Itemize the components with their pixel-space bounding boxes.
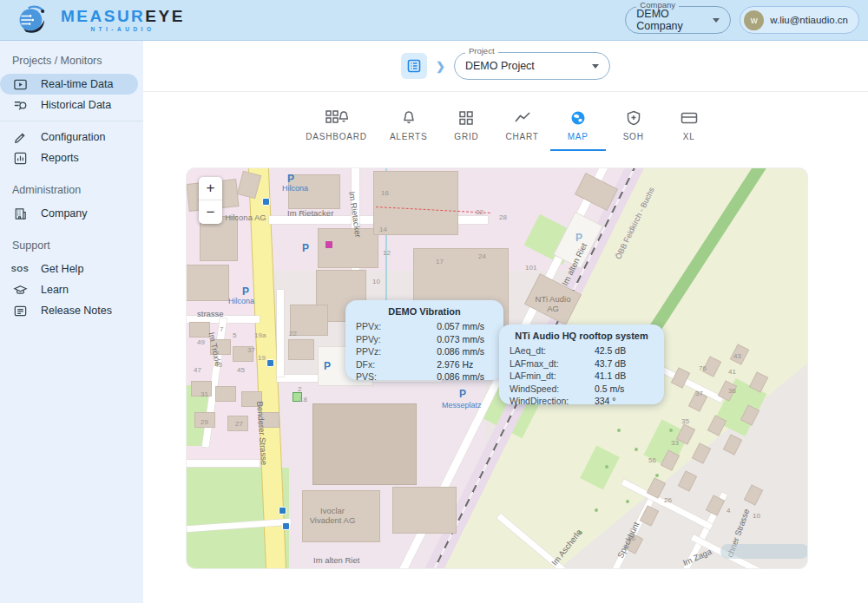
chevron-down-icon bbox=[592, 64, 599, 69]
house-number: 19 bbox=[258, 354, 266, 362]
brand-name-secondary: EYE bbox=[145, 7, 185, 25]
map-zoom-control: + − bbox=[199, 177, 222, 224]
popup-row: LAFmax_dt:43.7 dB bbox=[510, 357, 654, 370]
tab-label: SOH bbox=[623, 132, 644, 141]
zoom-in-button[interactable]: + bbox=[199, 177, 222, 200]
project-list-button[interactable] bbox=[401, 53, 427, 79]
tab-dashboard[interactable]: DASHBOARD bbox=[294, 110, 378, 151]
popup-nti-audio-hq[interactable]: NTi Audio HQ rooftop system LAeq_dt:42.5… bbox=[499, 324, 664, 404]
sidebar-item-label: Configuration bbox=[41, 131, 105, 143]
map[interactable]: P P P P P P Hilcona Hilcona AG Im Rietac… bbox=[187, 168, 807, 568]
company-select-label: Company bbox=[636, 1, 679, 10]
tab-alerts[interactable]: ALERTS bbox=[378, 110, 439, 151]
project-select-label: Project bbox=[465, 47, 498, 56]
sos-icon: SOS bbox=[12, 261, 28, 277]
sidebar-section-projects-monitors: Projects / Monitors bbox=[12, 55, 143, 67]
brand-name: MEASUREYE bbox=[61, 8, 185, 24]
top-header: MEASUREYE NTI-AUDIO Company DEMO Company… bbox=[0, 0, 868, 41]
project-select[interactable]: Project DEMO Project bbox=[454, 52, 610, 80]
map-attribution bbox=[720, 544, 807, 559]
tree bbox=[626, 500, 629, 503]
popup-row: PPVz:0.086 mm/s bbox=[356, 345, 493, 358]
globe-icon bbox=[570, 110, 586, 126]
poi-label: Hilcona AG bbox=[221, 213, 270, 223]
tab-xl[interactable]: XL bbox=[661, 110, 717, 151]
building bbox=[313, 404, 416, 484]
sidebar-item-learn[interactable]: Learn bbox=[0, 279, 138, 300]
house-number: 33 bbox=[671, 439, 679, 447]
company-select[interactable]: Company DEMO Company bbox=[625, 6, 731, 34]
house-number: 31 bbox=[201, 390, 208, 398]
pencil-icon bbox=[12, 129, 28, 145]
popup-row-label: LAFmax_dt: bbox=[510, 357, 595, 370]
house-number: 29 bbox=[201, 418, 208, 426]
tab-label: DASHBOARD bbox=[306, 132, 367, 141]
list-icon bbox=[406, 58, 422, 74]
poi-label: NTi Audio AG bbox=[530, 295, 575, 314]
popup-row-value: 0.086 mm/s bbox=[437, 370, 493, 383]
street-label: strasse bbox=[197, 309, 224, 318]
sidebar-item-release-notes[interactable]: Release Notes bbox=[0, 300, 138, 321]
sidebar-item-label: Get Help bbox=[41, 263, 83, 275]
popup-demo-vibration[interactable]: DEMO Vibration PPVx:0.057 mm/s PPVy:0.07… bbox=[345, 300, 503, 380]
line-chart-icon bbox=[514, 110, 531, 126]
sidebar-item-company[interactable]: Company bbox=[0, 203, 138, 224]
popup-row: PVS:0.086 mm/s bbox=[356, 370, 493, 383]
sidebar-item-realtime-data[interactable]: Real-time Data bbox=[0, 74, 138, 95]
project-select-value: DEMO Project bbox=[465, 60, 535, 72]
screen-play-icon bbox=[12, 76, 28, 92]
popup-row-label: PVS: bbox=[356, 370, 437, 383]
bar-chart-icon bbox=[12, 150, 28, 166]
building bbox=[187, 265, 228, 300]
tab-map[interactable]: MAP bbox=[550, 110, 606, 151]
house-number: 26 bbox=[664, 496, 672, 504]
tab-soh[interactable]: SOH bbox=[606, 110, 661, 151]
house-number: 12 bbox=[383, 249, 391, 257]
bus-stop-icon bbox=[279, 507, 286, 515]
tab-chart[interactable]: CHART bbox=[494, 110, 549, 151]
sidebar-item-label: Company bbox=[41, 207, 88, 220]
zoom-out-button[interactable]: − bbox=[199, 200, 222, 224]
sidebar: Projects / Monitors Real-time Data Histo… bbox=[0, 41, 143, 603]
card-icon bbox=[681, 110, 698, 126]
bell-icon bbox=[401, 110, 417, 126]
grid-icon bbox=[458, 110, 474, 126]
shop-icon bbox=[326, 241, 332, 248]
street-label: Im Rietacker bbox=[287, 208, 333, 218]
chevron-down-icon bbox=[713, 18, 720, 23]
poi-label: Messeplatz bbox=[442, 401, 482, 410]
project-toolbar: ❯ Project DEMO Project bbox=[143, 41, 868, 92]
popup-row-label: LAeq_dt: bbox=[510, 344, 595, 357]
sidebar-section-support: Support bbox=[12, 239, 143, 252]
popup-row-value: 41.1 dB bbox=[595, 370, 654, 383]
tree bbox=[655, 474, 659, 477]
house-number: 22 bbox=[289, 330, 297, 338]
popup-title: NTi Audio HQ rooftop system bbox=[510, 331, 654, 341]
app-root: MEASUREYE NTI-AUDIO Company DEMO Company… bbox=[0, 0, 868, 603]
parking-icon: P bbox=[324, 361, 331, 371]
sidebar-item-label: Learn bbox=[41, 284, 69, 296]
sidebar-item-reports[interactable]: Reports bbox=[0, 147, 138, 168]
sidebar-item-historical-data[interactable]: Historical Data bbox=[0, 95, 138, 115]
popup-row-value: 43.7 dB bbox=[595, 357, 654, 370]
brand-text: MEASUREYE NTI-AUDIO bbox=[61, 8, 185, 33]
user-chip[interactable]: w w.liu@ntiaudio.cn bbox=[740, 6, 859, 34]
sidebar-item-configuration[interactable]: Configuration bbox=[0, 127, 138, 147]
history-search-icon bbox=[12, 97, 28, 113]
body: Projects / Monitors Real-time Data Histo… bbox=[0, 41, 868, 603]
house-number: 19a bbox=[254, 331, 266, 339]
house-number: 35 bbox=[681, 417, 689, 425]
building-icon bbox=[12, 206, 28, 221]
house-number: 17 bbox=[436, 258, 444, 265]
brand-subtitle: NTI-AUDIO bbox=[90, 27, 155, 33]
bus-stop-icon bbox=[262, 198, 270, 206]
tab-grid[interactable]: GRID bbox=[438, 110, 494, 151]
brand-logo: MEASUREYE NTI-AUDIO bbox=[16, 3, 185, 36]
popup-row-value: 42.5 dB bbox=[595, 344, 654, 357]
view-tabs: DASHBOARD ALERTS GRID CHART MAP bbox=[143, 104, 868, 151]
sidebar-item-get-help[interactable]: SOS Get Help bbox=[0, 259, 138, 279]
house-number: 10 bbox=[372, 278, 380, 285]
popup-row: WindDirection:334 ° bbox=[510, 395, 654, 408]
sidebar-section-administration: Administration bbox=[12, 184, 143, 196]
user-email: w.liu@ntiaudio.cn bbox=[770, 15, 848, 25]
